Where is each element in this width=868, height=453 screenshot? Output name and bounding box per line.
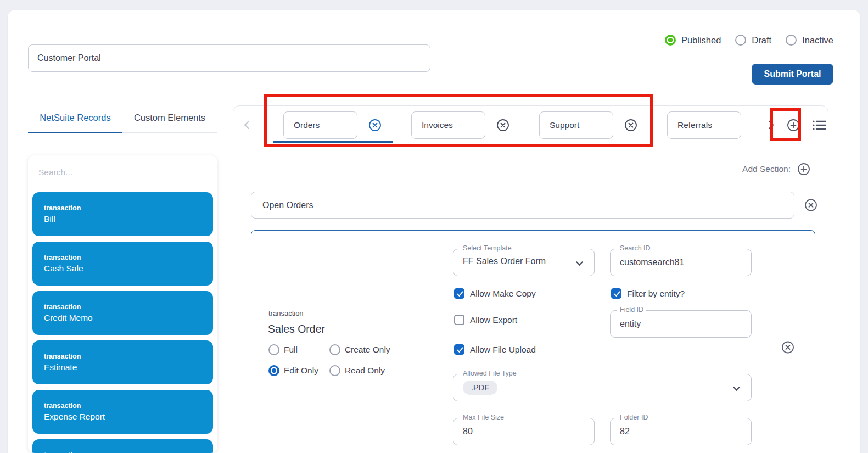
records-panel: transaction Bill transaction Cash Sale t…	[28, 155, 217, 453]
allowed-file-type-label: Allowed File Type	[460, 370, 519, 377]
radio-icon	[665, 35, 676, 46]
select-template-value: FF Sales Order Form	[463, 256, 546, 266]
record-config-card: transaction Sales Order Full Create Only	[251, 230, 815, 453]
checkbox-icon	[611, 288, 621, 299]
record-name-label: Expense Report	[44, 410, 213, 423]
field-id-field: Field ID	[610, 310, 752, 338]
add-tab-icon[interactable]	[787, 119, 800, 132]
portal-tab-item: Support	[539, 111, 659, 139]
page: Published Draft Inactive Submit Portal N…	[0, 0, 868, 453]
record-name-label: Credit Memo	[44, 311, 213, 325]
filter-by-entity-label: Filter by entity?	[627, 289, 685, 299]
permission-radio-group: Full Create Only Edit Only	[268, 344, 390, 376]
config-record-name: Sales Order	[268, 323, 325, 335]
checkbox-icon	[454, 344, 464, 355]
record-type-label: transaction	[44, 303, 213, 311]
close-tab-icon[interactable]	[496, 119, 509, 132]
sidebar-tabs: NetSuite Records Custom Elements	[28, 107, 217, 133]
status-label: Inactive	[802, 35, 833, 46]
record-card[interactable]: transaction Estimate	[32, 340, 213, 384]
file-type-chip: .PDF	[463, 381, 497, 395]
remove-record-config-icon[interactable]	[781, 340, 794, 354]
portal-name-input[interactable]	[28, 44, 430, 72]
field-id-input[interactable]	[611, 311, 751, 337]
chevron-down-icon	[733, 384, 740, 391]
record-type-label: transaction	[44, 402, 213, 410]
status-label: Draft	[752, 35, 771, 46]
close-tab-icon[interactable]	[624, 119, 637, 132]
sidebar-tab[interactable]: NetSuite Records	[28, 107, 122, 132]
status-radio-option[interactable]: Draft	[735, 35, 771, 46]
record-card[interactable]: transaction	[32, 439, 213, 453]
allow-make-copy-checkbox[interactable]: Allow Make Copy	[454, 288, 536, 299]
radio-icon	[786, 35, 797, 46]
portal-tab-item: Orders	[283, 111, 404, 139]
portal-tab[interactable]: Support	[539, 111, 613, 139]
record-name-label: Cash Sale	[44, 262, 213, 275]
folder-id-field: Folder ID	[610, 418, 752, 445]
checkbox-icon	[454, 288, 464, 299]
record-name-label: Estimate	[44, 361, 213, 374]
portal-tab-item: Referrals	[667, 111, 741, 139]
close-tab-icon[interactable]	[368, 119, 382, 132]
portal-tab-item: Invoices	[411, 111, 531, 139]
sidebar-tab[interactable]: Custom Elements	[122, 107, 217, 132]
search-id-input[interactable]	[611, 249, 751, 276]
portal-editor-card: Published Draft Inactive Submit Portal N…	[8, 10, 860, 453]
permission-radio-option[interactable]: Read Only	[329, 365, 390, 376]
scroll-tabs-left-icon[interactable]	[244, 121, 253, 130]
radio-icon	[735, 35, 746, 46]
select-template-label: Select Template	[460, 244, 514, 252]
status-radio-option[interactable]: Inactive	[786, 35, 833, 46]
radio-icon	[329, 365, 340, 376]
portal-tab[interactable]: Orders	[283, 111, 357, 139]
permission-label: Create Only	[345, 345, 390, 355]
radio-icon	[329, 344, 340, 355]
tab-list-icon[interactable]	[812, 119, 826, 132]
add-section-row: Add Section:	[742, 163, 810, 176]
allow-file-upload-checkbox[interactable]: Allow File Upload	[454, 344, 536, 355]
submit-portal-button[interactable]: Submit Portal	[752, 64, 833, 85]
chevron-down-icon	[576, 259, 583, 266]
portal-tab-bar: Orders Invoices	[233, 106, 828, 144]
section-title-input[interactable]	[251, 192, 794, 219]
remove-section-icon[interactable]	[804, 199, 817, 212]
filter-by-entity-checkbox[interactable]: Filter by entity?	[611, 288, 685, 299]
max-file-size-field: Max File Size	[453, 418, 595, 445]
permission-radio-option[interactable]: Edit Only	[268, 365, 318, 376]
add-section-label: Add Section:	[742, 164, 791, 174]
records-search-input[interactable]	[37, 164, 208, 182]
config-record-type: transaction	[268, 309, 304, 317]
record-type-label: transaction	[44, 254, 213, 262]
record-card[interactable]: transaction Expense Report	[32, 390, 213, 434]
search-id-field: Search ID	[610, 249, 752, 276]
portal-builder-panel: Orders Invoices	[233, 105, 828, 453]
allow-file-upload-label: Allow File Upload	[470, 345, 536, 355]
portal-tab[interactable]: Referrals	[667, 111, 741, 139]
radio-icon	[268, 344, 279, 355]
allow-export-checkbox[interactable]: Allow Export	[454, 315, 517, 325]
record-card[interactable]: transaction Bill	[32, 192, 213, 236]
folder-id-input[interactable]	[611, 418, 751, 445]
allowed-file-type-dropdown[interactable]: Allowed File Type .PDF	[453, 374, 752, 401]
permission-label: Read Only	[345, 366, 385, 376]
record-name-label: Bill	[44, 212, 213, 226]
permission-radio-option[interactable]: Full	[268, 344, 318, 355]
status-radio-option[interactable]: Published	[665, 35, 721, 46]
portal-tab[interactable]: Invoices	[411, 111, 485, 139]
record-type-label: transaction	[44, 353, 213, 361]
allow-make-copy-label: Allow Make Copy	[470, 289, 536, 299]
portal-tabs: Orders Invoices	[283, 111, 749, 139]
max-file-size-input[interactable]	[453, 418, 594, 445]
allow-export-label: Allow Export	[470, 315, 517, 325]
status-label: Published	[681, 35, 721, 46]
record-card[interactable]: transaction Cash Sale	[32, 242, 213, 286]
permission-label: Full	[284, 345, 298, 355]
add-section-icon[interactable]	[797, 163, 810, 176]
records-list: transaction Bill transaction Cash Sale t…	[28, 182, 217, 453]
permission-radio-option[interactable]: Create Only	[329, 344, 390, 355]
record-type-label: transaction	[44, 204, 213, 212]
select-template-dropdown[interactable]: Select Template FF Sales Order Form	[453, 249, 595, 276]
record-card[interactable]: transaction Credit Memo	[32, 291, 213, 335]
scroll-tabs-right-icon[interactable]	[765, 121, 774, 130]
